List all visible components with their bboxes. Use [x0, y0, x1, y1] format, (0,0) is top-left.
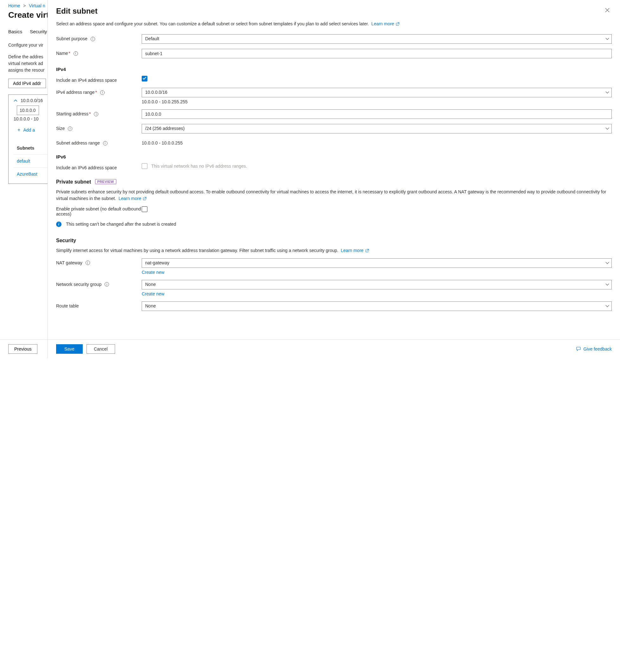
info-icon[interactable]: i — [105, 282, 109, 287]
ipv6-heading: IPv6 — [56, 154, 612, 159]
close-icon — [605, 8, 610, 14]
security-description: Simplify internet access for virtual mac… — [56, 247, 612, 254]
info-icon[interactable]: i — [94, 112, 98, 116]
name-label: Name* i — [56, 49, 142, 56]
edit-subnet-panel: Edit subnet Select an address space and … — [48, 0, 620, 358]
ipv4-range-label: IPv4 address range* i — [56, 88, 142, 95]
nsg-label: Network security group i — [56, 280, 142, 287]
feedback-icon — [576, 346, 581, 352]
close-button[interactable] — [603, 6, 612, 16]
security-heading: Security — [56, 238, 612, 244]
address-space-card: 10.0.0.0/16 10.0.0.0 10.0.0.0 - 10 + Add… — [8, 95, 53, 184]
include-ipv6-checkbox — [142, 163, 147, 169]
subnet-purpose-label: Subnet purpose i — [56, 34, 142, 42]
route-table-label: Route table — [56, 302, 142, 308]
route-table-select[interactable]: None — [142, 302, 612, 311]
nat-gateway-label: NAT gateway i — [56, 258, 142, 266]
breadcrumb-home[interactable]: Home — [8, 3, 20, 8]
include-ipv6-label: Include an IPv6 address space — [56, 163, 142, 170]
info-callout-text: This setting can't be changed after the … — [66, 221, 176, 227]
address-input[interactable]: 10.0.0.0 — [17, 106, 39, 115]
private-subnet-description: Private subnets enhance security by not … — [56, 189, 612, 202]
include-ipv4-checkbox[interactable] — [142, 76, 147, 82]
nsg-select[interactable]: None — [142, 280, 612, 290]
plus-icon: + — [17, 127, 20, 133]
address-space-cidr: 10.0.0.0/16 — [20, 98, 43, 103]
breadcrumb-virtual-networks[interactable]: Virtual n — [29, 3, 45, 8]
subnets-heading: Subnets — [17, 146, 47, 151]
include-ipv4-label: Include an IPv4 address space — [56, 76, 142, 83]
learn-more-link[interactable]: Learn more — [341, 248, 369, 253]
subnet-address-range-value: 10.0.0.0 - 10.0.0.255 — [142, 139, 612, 146]
nsg-create-new-link[interactable]: Create new — [142, 291, 164, 296]
panel-intro: Select an address space and configure yo… — [56, 20, 612, 27]
tab-basics[interactable]: Basics — [8, 29, 22, 34]
size-label: Size i — [56, 124, 142, 131]
private-subnet-heading: Private subnet PREVIEW — [56, 179, 612, 185]
tab-security[interactable]: Security — [30, 29, 47, 34]
add-subnet-link[interactable]: + Add a — [14, 127, 47, 133]
previous-button[interactable]: Previous — [8, 344, 37, 354]
learn-more-link[interactable]: Learn more — [371, 21, 399, 26]
info-icon[interactable]: i — [103, 141, 107, 146]
panel-title: Edit subnet — [56, 7, 98, 15]
ipv4-range-select[interactable]: 10.0.0.0/16 — [142, 88, 612, 97]
external-link-icon — [365, 248, 369, 254]
chevron-up-icon[interactable] — [14, 99, 17, 104]
panel-footer: Save Cancel Give feedback — [48, 340, 620, 358]
cancel-button[interactable]: Cancel — [87, 344, 115, 354]
starting-address-label: Starting address* i — [56, 109, 142, 117]
info-icon[interactable]: i — [100, 90, 105, 95]
address-range-text: 10.0.0.0 - 10 — [14, 116, 47, 121]
external-link-icon — [396, 21, 399, 28]
starting-address-input[interactable] — [142, 109, 612, 119]
info-icon[interactable]: i — [68, 126, 72, 131]
nat-gateway-select[interactable]: nat-gateway — [142, 258, 612, 268]
subnet-address-range-label: Subnet address range i — [56, 139, 142, 146]
preview-badge: PREVIEW — [95, 179, 116, 184]
ipv6-hint: This virtual network has no IPv6 address… — [151, 164, 247, 169]
save-button[interactable]: Save — [56, 344, 83, 354]
info-icon[interactable]: i — [91, 37, 95, 41]
subnet-azurebastion-link[interactable]: AzureBast — [14, 167, 47, 180]
enable-private-subnet-checkbox[interactable] — [142, 206, 147, 212]
give-feedback-link[interactable]: Give feedback — [576, 346, 612, 352]
external-link-icon — [143, 196, 146, 202]
enable-private-subnet-label: Enable private subnet (no default outbou… — [56, 206, 142, 216]
info-callout: i This setting can't be changed after th… — [56, 221, 612, 227]
add-ipv4-address-space-button[interactable]: Add IPv4 addr — [8, 79, 46, 88]
info-icon[interactable]: i — [73, 51, 78, 56]
info-icon[interactable]: i — [86, 261, 90, 265]
subnet-purpose-select[interactable]: Default — [142, 34, 612, 44]
info-icon: i — [56, 221, 61, 227]
check-icon — [143, 76, 146, 81]
nat-create-new-link[interactable]: Create new — [142, 270, 164, 275]
size-select[interactable]: /24 (256 addresses) — [142, 124, 612, 134]
ipv4-range-helper: 10.0.0.0 - 10.0.255.255 — [142, 99, 612, 104]
learn-more-link[interactable]: Learn more — [118, 196, 146, 201]
subnet-default-link[interactable]: default — [14, 154, 47, 167]
name-input[interactable] — [142, 49, 612, 58]
ipv4-heading: IPv4 — [56, 66, 612, 72]
